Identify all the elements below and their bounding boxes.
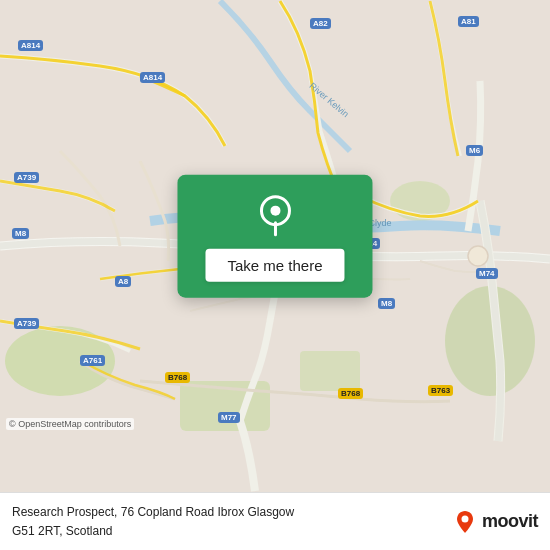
road-badge-b768-2: B768 bbox=[338, 388, 363, 399]
road-badge-a81: A81 bbox=[458, 16, 479, 27]
road-badge-a82: A82 bbox=[310, 18, 331, 29]
road-badge-a8: A8 bbox=[115, 276, 131, 287]
road-badge-a761: A761 bbox=[80, 355, 105, 366]
road-badge-m8-1: M8 bbox=[12, 228, 29, 239]
svg-point-11 bbox=[461, 515, 468, 522]
moovit-pin-icon bbox=[452, 509, 478, 535]
svg-rect-4 bbox=[300, 351, 360, 391]
road-badge-b763: B763 bbox=[428, 385, 453, 396]
road-badge-a814-1: A814 bbox=[18, 40, 43, 51]
address-block: Research Prospect, 76 Copland Road Ibrox… bbox=[12, 504, 444, 540]
moovit-logo-text: moovit bbox=[482, 511, 538, 532]
svg-point-7 bbox=[468, 246, 488, 266]
road-badge-m8-3: M8 bbox=[378, 298, 395, 309]
road-badge-m74: M74 bbox=[476, 268, 498, 279]
svg-point-10 bbox=[270, 206, 280, 216]
app-container: A814 A814 A82 A81 A739 A739 A761 M8 M8 M… bbox=[0, 0, 550, 550]
road-badge-a814-2: A814 bbox=[140, 72, 165, 83]
road-badge-a739-2: A739 bbox=[14, 318, 39, 329]
take-me-there-button[interactable]: Take me there bbox=[205, 249, 344, 282]
address-line1: Research Prospect, 76 Copland Road Ibrox… bbox=[12, 504, 444, 521]
bottom-bar: Research Prospect, 76 Copland Road Ibrox… bbox=[0, 492, 550, 550]
road-badge-a739-1: A739 bbox=[14, 172, 39, 183]
address-line2: G51 2RT, Scotland bbox=[12, 523, 444, 540]
road-badge-m6: M6 bbox=[466, 145, 483, 156]
road-badge-b768-1: B768 bbox=[165, 372, 190, 383]
map-area: A814 A814 A82 A81 A739 A739 A761 M8 M8 M… bbox=[0, 0, 550, 492]
location-pin-icon bbox=[253, 195, 297, 239]
osm-credit: © OpenStreetMap contributors bbox=[6, 418, 134, 430]
moovit-logo: moovit bbox=[452, 509, 538, 535]
map-overlay-card: Take me there bbox=[177, 175, 372, 298]
road-badge-m77: M77 bbox=[218, 412, 240, 423]
